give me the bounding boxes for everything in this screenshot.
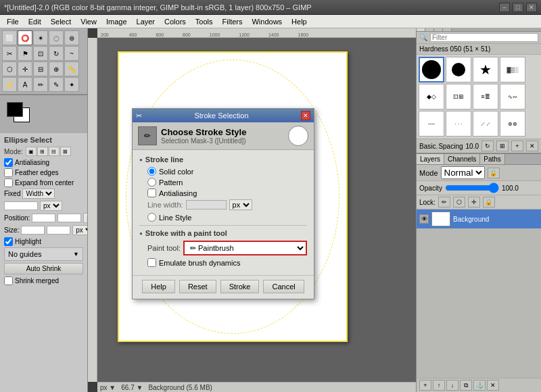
menu-view[interactable]: View xyxy=(76,16,101,27)
brush-item-5[interactable]: ◆◇ xyxy=(419,84,444,109)
tab-channels[interactable]: Channels xyxy=(444,154,480,164)
tool-zoom[interactable]: ⊕ xyxy=(49,62,64,76)
mode-intersect[interactable]: ⊠ xyxy=(60,147,71,156)
brushes-tab-patterns[interactable] xyxy=(425,28,434,31)
layers-lock-btn[interactable]: 🔒 xyxy=(488,168,500,178)
reset-button[interactable]: Reset xyxy=(179,280,216,293)
line-style-radio[interactable] xyxy=(147,213,156,222)
brushes-tab-palettes[interactable] xyxy=(443,28,452,31)
highlight-checkbox[interactable] xyxy=(4,237,13,246)
emulate-checkbox[interactable] xyxy=(147,258,156,267)
menu-select[interactable]: Select xyxy=(47,16,76,27)
tool-warp[interactable]: ~ xyxy=(64,46,79,61)
lock-alpha-btn[interactable]: ⬡ xyxy=(453,197,465,207)
tool-paths[interactable]: ⚡ xyxy=(2,77,17,92)
size-unit-select[interactable]: px xyxy=(72,225,87,235)
pos-unit-select[interactable]: px xyxy=(83,213,87,223)
mode-add[interactable]: ⊞ xyxy=(37,147,48,156)
dialog-close-button[interactable]: ✕ xyxy=(301,111,310,120)
brush-item-star[interactable]: ★ xyxy=(473,57,498,82)
size-w-input[interactable]: 543 xyxy=(21,226,45,235)
maximize-button[interactable]: □ xyxy=(513,3,523,12)
pattern-radio[interactable] xyxy=(147,178,156,187)
stroke-selection-dialog[interactable]: ✂ Stroke Selection ✕ ✏ Choose Stroke Sty… xyxy=(132,108,314,299)
fixed-value-input[interactable]: 500 xyxy=(4,201,38,210)
brush-item-10[interactable]: · · · xyxy=(446,111,471,137)
paint-tool-select[interactable]: ✏ Paintbrush xyxy=(183,241,307,255)
tab-paths[interactable]: Paths xyxy=(480,154,505,164)
menu-layer[interactable]: Layer xyxy=(133,16,160,27)
tool-scissors[interactable]: ✂ xyxy=(2,46,17,61)
lower-layer-btn[interactable]: ↓ xyxy=(446,380,458,391)
fixed-unit-select[interactable]: px xyxy=(40,201,62,211)
size-h-input[interactable]: 555 xyxy=(47,226,70,235)
tool-free-select[interactable]: ✶ xyxy=(33,30,48,45)
brush-item-12[interactable]: ⊛⊛ xyxy=(500,111,525,137)
brush-item-6[interactable]: ⊡⊞ xyxy=(446,84,471,109)
tool-foreground[interactable]: ⚑ xyxy=(18,46,32,61)
tool-fuzzy-select[interactable]: ◌ xyxy=(49,30,64,45)
tool-measure[interactable]: 📏 xyxy=(64,62,79,76)
dup-layer-btn[interactable]: ⧉ xyxy=(460,380,472,391)
pos-y-input[interactable]: 94 xyxy=(57,214,81,222)
layer-visibility-toggle[interactable]: 👁 xyxy=(419,214,429,224)
brush-item-8[interactable]: ∿∾ xyxy=(500,84,525,109)
menu-edit[interactable]: Edit xyxy=(24,16,45,27)
expand-checkbox[interactable] xyxy=(4,178,13,187)
brush-item-2[interactable] xyxy=(446,57,471,82)
antialiasing-stroke-checkbox[interactable] xyxy=(147,189,156,197)
tool-ellipse-select[interactable]: ⭕ xyxy=(18,30,32,45)
brush-item-9[interactable]: ╌╌ xyxy=(419,111,444,137)
feather-checkbox[interactable] xyxy=(4,168,13,177)
line-width-input[interactable] xyxy=(186,200,227,210)
brush-item-4[interactable]: ▓▒░ xyxy=(500,57,525,82)
tool-text[interactable]: A xyxy=(18,77,32,92)
antialiasing-checkbox[interactable] xyxy=(4,158,13,167)
lock-all-btn[interactable]: 🔒 xyxy=(483,197,495,207)
solid-color-radio[interactable] xyxy=(147,167,156,176)
foreground-color-swatch[interactable] xyxy=(7,102,23,117)
menu-help[interactable]: Help xyxy=(287,16,311,27)
brushes-view-btn[interactable]: ⊞ xyxy=(496,141,509,151)
tool-align[interactable]: ⊟ xyxy=(33,62,48,76)
new-layer-btn[interactable]: + xyxy=(419,380,431,391)
opacity-slider[interactable] xyxy=(445,182,499,193)
del-layer-btn[interactable]: ✕ xyxy=(487,380,499,391)
fixed-select[interactable]: Width xyxy=(22,189,55,199)
tool-paint[interactable]: ✏ xyxy=(33,77,48,92)
menu-image[interactable]: Image xyxy=(102,16,131,27)
mode-sub[interactable]: ⊟ xyxy=(49,147,60,156)
tool-rect-select[interactable]: ⬜ xyxy=(2,30,17,45)
tool-airbrush[interactable]: ✦ xyxy=(64,77,79,92)
brushes-tab-brushes[interactable] xyxy=(417,28,425,31)
brushes-new-btn[interactable]: + xyxy=(511,141,523,151)
tool-pencil[interactable]: ✎ xyxy=(49,77,64,92)
tool-by-color[interactable]: ⊛ xyxy=(64,30,79,45)
brushes-del-btn[interactable]: ✕ xyxy=(526,141,538,151)
anchor-layer-btn[interactable]: ⚓ xyxy=(473,380,486,391)
autoshrink-button[interactable]: Auto Shrink xyxy=(4,263,83,274)
mode-select[interactable]: Normal xyxy=(441,166,485,179)
brush-item-11[interactable]: ⟋⟋ xyxy=(473,111,498,137)
menu-file[interactable]: File xyxy=(3,16,23,27)
menu-windows[interactable]: Windows xyxy=(248,16,286,27)
lock-pos-btn[interactable]: ✛ xyxy=(468,197,480,207)
cancel-button[interactable]: Cancel xyxy=(263,280,304,293)
layer-item-background[interactable]: 👁 Background xyxy=(417,210,541,229)
lock-pixels-btn[interactable]: ✏ xyxy=(438,197,450,207)
line-width-unit-select[interactable]: px xyxy=(229,199,252,210)
menu-colors[interactable]: Colors xyxy=(160,16,190,27)
pos-x-input[interactable]: 133 xyxy=(32,214,55,222)
stroke-button[interactable]: Stroke xyxy=(220,280,260,293)
brushes-refresh-btn[interactable]: ↻ xyxy=(481,141,494,151)
raise-layer-btn[interactable]: ↑ xyxy=(433,380,445,391)
shrink-merged-checkbox[interactable] xyxy=(4,276,13,285)
tab-layers[interactable]: Layers xyxy=(417,154,444,164)
brush-item-1[interactable] xyxy=(419,57,444,82)
mode-replace[interactable]: ▣ xyxy=(26,147,37,156)
brushes-tab-gradients[interactable] xyxy=(434,28,443,31)
tool-crop[interactable]: ⊡ xyxy=(33,46,48,61)
close-button[interactable]: ✕ xyxy=(526,3,537,12)
guides-expand-icon[interactable]: ▼ xyxy=(73,251,79,258)
menu-tools[interactable]: Tools xyxy=(191,16,217,27)
